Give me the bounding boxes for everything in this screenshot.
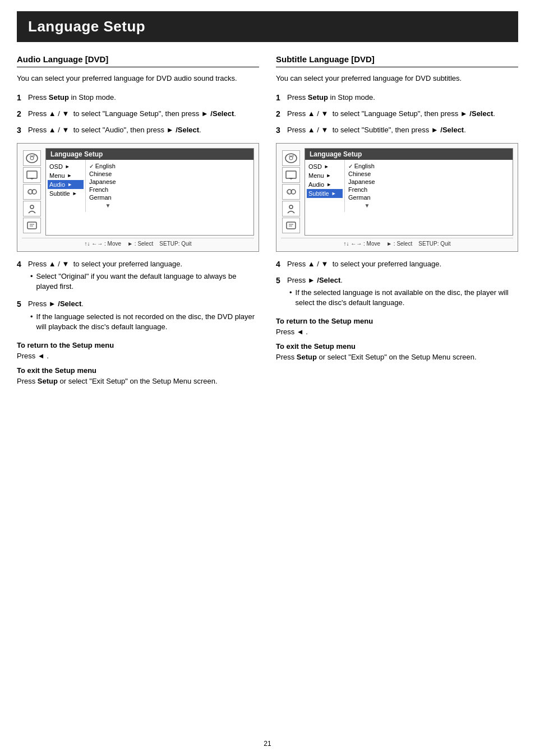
audio-steps-4-5: 4 Press ▲ / ▼ to select your preferred l… [17,259,259,335]
audio-step-4: 4 Press ▲ / ▼ to select your preferred l… [17,259,259,294]
subtitle-step-4-content: Press ▲ / ▼ to select your preferred lan… [287,259,441,270]
subtitle-icon-parental [282,201,300,216]
audio-step-1-num: 1 [17,92,25,104]
subtitle-menu-screenshot: AeB ♪ [276,143,518,252]
subtitle-step-5-sub-item: If the selected language is not availabl… [289,288,518,308]
audio-sub-chinese: Chinese [89,170,127,178]
title-bar: Language Setup [17,11,518,42]
subtitle-icon-audio: ♪ [282,184,300,200]
subtitle-step-2-num: 2 [276,108,284,120]
subtitle-exit-title: To exit the Setup menu [276,342,518,351]
audio-step-2-num: 2 [17,108,25,120]
subtitle-icon-setup2 [282,218,300,233]
audio-menu-panel: Language Setup OSD ► Menu ► [45,148,254,236]
audio-menu-item-menu: Menu ► [49,171,82,180]
subtitle-step-1: 1 Press Setup in Stop mode. [276,92,518,104]
audio-step-2-content: Press ▲ / ▼ to select "Language Setup", … [28,108,236,120]
svg-text:♪: ♪ [29,191,30,194]
subtitle-return-title: To return to the Setup menu [276,317,518,325]
audio-step-4-sub-item: Select "Original" if you want the defaul… [30,271,259,292]
subtitle-step-3-num: 3 [276,125,284,136]
icon-setup2 [23,218,41,233]
subtitle-menu-item-menu: Menu ► [308,171,341,180]
audio-menu-screenshot: AeB ♪ [17,143,259,252]
subtitle-language-section: Subtitle Language [DVD] You can select y… [276,54,518,386]
audio-menu-controls: ↑↓ ←→ : Move ► : Select SETUP: Quit [22,238,254,247]
audio-sub-english: English [89,162,127,170]
svg-rect-16 [286,171,296,178]
svg-point-9 [30,205,34,209]
subtitle-menu-panel: Language Setup OSD ► Menu ► [305,148,513,236]
audio-sub-french: French [89,186,127,193]
subtitle-sub-german: German [348,193,386,201]
subtitle-step-3-content: Press ▲ / ▼ to select "Subtitle", then p… [287,125,466,136]
audio-menu-sub-items: English Chinese Japanese French German ▼ [85,160,130,212]
subtitle-step-5-sub: If the selected language is not availabl… [289,288,518,308]
subtitle-sub-english: English [348,162,386,170]
subtitle-step-2-content: Press ▲ / ▼ to select "Language Setup", … [287,108,495,120]
audio-step-5-num: 5 [17,298,25,334]
audio-step-3-content: Press ▲ / ▼ to select "Audio", then pres… [28,125,201,136]
audio-menu-item-audio: Audio ► [48,180,84,189]
audio-exit-title: To exit the Setup menu [17,366,259,375]
audio-step-5-sub: If the language selected is not recorded… [30,312,259,332]
audio-section-heading: Audio Language [DVD] [17,54,259,67]
subtitle-step-3: 3 Press ▲ / ▼ to select "Subtitle", then… [276,125,518,136]
audio-exit-text: Press Setup or select "Exit Setup" on th… [17,376,259,387]
audio-step-4-num: 4 [17,259,25,294]
subtitle-step-1-content: Press Setup in Stop mode. [287,92,375,104]
page-title: Language Setup [28,18,145,35]
audio-menu-items: OSD ► Menu ► Audio ► [46,160,85,212]
subtitle-menu-item-audio: Audio ► [308,180,341,189]
subtitle-menu-sub-items: English Chinese Japanese French German ▼ [344,160,389,212]
subtitle-sub-french: French [348,186,386,193]
audio-language-section: Audio Language [DVD] You can select your… [17,54,259,386]
icon-audio: ♪ [23,184,41,200]
audio-menu-icons: AeB ♪ [22,148,42,236]
subtitle-menu-item-osd: OSD ► [308,162,341,171]
subtitle-exit-section: To exit the Setup menu Press Setup or se… [276,342,518,363]
page-number: 21 [0,740,535,748]
audio-step-2: 2 Press ▲ / ▼ to select "Language Setup"… [17,108,259,120]
subtitle-menu-icons: AeB ♪ [281,148,301,236]
audio-return-text: Press ◄ . [17,351,259,362]
subtitle-section-heading: Subtitle Language [DVD] [276,54,518,67]
two-col-layout: Audio Language [DVD] You can select your… [17,54,518,386]
audio-menu-item-osd: OSD ► [49,162,82,171]
svg-point-22 [289,205,293,209]
subtitle-menu-controls: ↑↓ ←→ : Move ► : Select SETUP: Quit [281,238,513,247]
subtitle-steps-list: 1 Press Setup in Stop mode. 2 Press ▲ / … [276,92,518,136]
subtitle-step-2: 2 Press ▲ / ▼ to select "Language Setup"… [276,108,518,120]
svg-rect-10 [27,222,36,229]
icon-screen [23,167,41,183]
svg-rect-23 [287,222,296,229]
audio-section-intro: You can select your preferred language f… [17,73,259,84]
subtitle-step-5-content: Press ► /Select. If the selected languag… [287,275,518,311]
subtitle-return-section: To return to the Setup menu Press ◄ . [276,317,518,338]
audio-sub-german: German [89,193,127,201]
subtitle-icon-screen [282,167,300,183]
audio-step-1-content: Press Setup in Stop mode. [28,92,116,104]
audio-step-4-content: Press ▲ / ▼ to select your preferred lan… [28,259,259,294]
audio-step-5-sub-item: If the language selected is not recorded… [30,312,259,332]
page-wrapper: Language Setup Audio Language [DVD] You … [0,0,535,409]
subtitle-sub-japanese: Japanese [348,178,386,186]
audio-menu-item-subtitle: Subtitle ► [49,189,82,198]
subtitle-sub-chinese: Chinese [348,170,386,178]
svg-text:AeB: AeB [289,154,294,158]
subtitle-step-4: 4 Press ▲ / ▼ to select your preferred l… [276,259,518,270]
subtitle-step-4-num: 4 [276,259,284,270]
audio-scroll-indicator: ▼ [89,201,127,210]
subtitle-section-intro: You can select your preferred language f… [276,73,518,84]
audio-steps-list: 1 Press Setup in Stop mode. 2 Press ▲ / … [17,92,259,136]
audio-exit-section: To exit the Setup menu Press Setup or se… [17,366,259,387]
audio-step-3: 3 Press ▲ / ▼ to select "Audio", then pr… [17,125,259,136]
subtitle-step-5: 5 Press ► /Select. If the selected langu… [276,275,518,311]
subtitle-scroll-indicator: ▼ [348,201,386,210]
audio-return-section: To return to the Setup menu Press ◄ . [17,341,259,362]
audio-step-1: 1 Press Setup in Stop mode. [17,92,259,104]
subtitle-step-1-num: 1 [276,92,284,104]
audio-step-3-num: 3 [17,125,25,136]
audio-step-4-sub: Select "Original" if you want the defaul… [30,271,259,292]
svg-text:AeB: AeB [30,154,35,158]
